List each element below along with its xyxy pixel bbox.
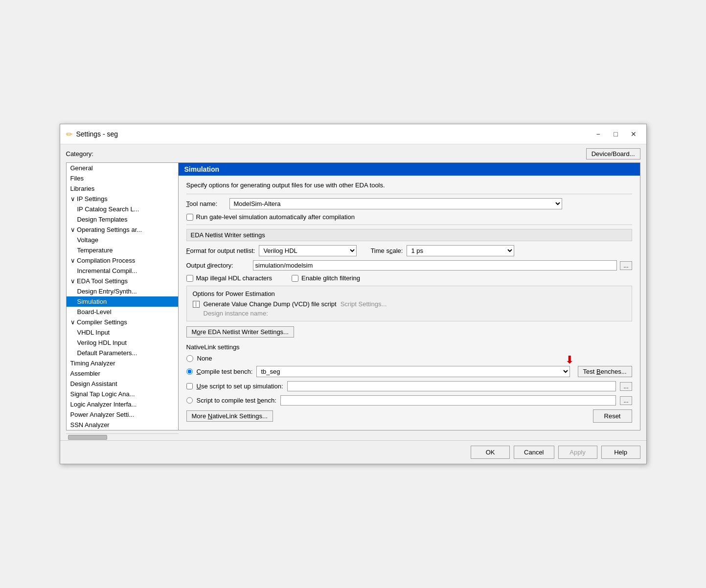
close-button[interactable]: ✕ (627, 128, 640, 140)
maximize-button[interactable]: □ (609, 128, 623, 140)
script-compile-browse-button[interactable]: ... (620, 396, 632, 405)
sidebar-item-logic-analyzer[interactable]: Logic Analyzer Interfa... (67, 399, 178, 409)
title-bar: ✏ Settings - seg − □ ✕ (60, 124, 646, 144)
enable-glitch-checkbox[interactable] (292, 275, 298, 282)
sidebar-item-design-assistant[interactable]: Design Assistant (67, 379, 178, 389)
compile-tb-select[interactable]: tb_seg (256, 366, 569, 377)
more-eda-settings-button[interactable]: More EDA Netlist Writer Settings... (186, 326, 294, 338)
timescale-label: Time scale: (370, 247, 403, 254)
format-label: Format for output netlist: (186, 247, 255, 254)
sidebar-item-design-templates[interactable]: Design Templates (67, 214, 178, 225)
sidebar-item-board-level[interactable]: Board-Level (67, 307, 178, 317)
sidebar-item-default-parameters[interactable]: Default Parameters... (67, 348, 178, 358)
use-script-row: Use script to set up simulation: ... (186, 381, 632, 391)
sidebar-item-ip-settings[interactable]: ∨ IP Settings (67, 194, 178, 204)
compile-tb-label: Compile test bench: (197, 368, 253, 375)
sidebar-item-libraries[interactable]: Libraries (67, 183, 178, 194)
sidebar-item-simulation[interactable]: Simulation (67, 296, 178, 307)
device-board-button[interactable]: Device/Board... (586, 148, 640, 159)
panel-header: Simulation (179, 163, 640, 176)
run-gate-level-label: Run gate-level simulation automatically … (196, 213, 355, 221)
sidebar-item-incremental-compil[interactable]: Incremental Compil... (67, 266, 178, 276)
sidebar-item-eda-tool-settings[interactable]: ∨ EDA Tool Settings (67, 276, 178, 286)
panel-description: Specify options for generating output fi… (186, 181, 632, 189)
sidebar-item-files[interactable]: Files (67, 173, 178, 183)
title-bar-left: ✏ Settings - seg (66, 130, 118, 139)
reset-button[interactable]: Reset (593, 409, 632, 423)
output-dir-label: Output directory: (186, 262, 250, 269)
help-button[interactable]: Help (601, 446, 640, 459)
divider-1 (186, 194, 632, 194)
more-nativelink-label: More NativeLink Settings... (192, 412, 268, 420)
none-radio[interactable] (186, 355, 193, 362)
power-estimation-title: Options for Power Estimation (193, 290, 626, 297)
settings-window: ✏ Settings - seg − □ ✕ Category: Device/… (60, 124, 647, 464)
nativelink-title: NativeLink settings (186, 343, 632, 351)
use-script-input[interactable] (287, 381, 616, 391)
enable-glitch-label: Enable glitch filtering (301, 274, 360, 282)
sidebar-item-operating-settings[interactable]: ∨ Operating Settings ar... (67, 225, 178, 235)
app-icon: ✏ (66, 130, 72, 139)
sidebar-item-ip-catalog[interactable]: IP Catalog Search L... (67, 204, 178, 214)
use-script-label: Use script to set up simulation: (197, 383, 283, 390)
compile-tb-radio[interactable] (186, 368, 193, 375)
none-label: None (197, 355, 212, 362)
use-script-browse-button[interactable]: ... (620, 382, 632, 391)
more-nativelink-button[interactable]: More NativeLink Settings... (186, 410, 273, 422)
script-settings-button[interactable]: Script Settings... (341, 300, 387, 308)
timescale-select[interactable]: 1 ps 10 ps 100 ps 1 ns (407, 245, 514, 256)
map-hdl-checkbox[interactable] (186, 275, 193, 282)
output-dir-browse-button[interactable]: ... (620, 261, 632, 270)
sidebar-item-voltage[interactable]: Voltage (67, 235, 178, 245)
sidebar-item-signal-tap-logic[interactable]: Signal Tap Logic Ana... (67, 389, 178, 399)
sidebar-item-verilog-hdl-input[interactable]: Verilog HDL Input (67, 338, 178, 348)
format-timescale-row: Format for output netlist: Verilog HDL V… (186, 245, 632, 256)
test-benches-button[interactable]: Test Benches... (578, 366, 632, 377)
test-benches-label: Test Benches... (583, 368, 627, 375)
panel-body: Specify options for generating output fi… (179, 176, 640, 430)
sidebar-item-timing-analyzer[interactable]: Timing Analyzer (67, 358, 178, 368)
cancel-button[interactable]: Cancel (514, 446, 554, 459)
sidebar-item-vhdl-input[interactable]: VHDL Input (67, 327, 178, 338)
main-panel: Simulation Specify options for generatin… (179, 162, 640, 430)
sidebar-item-ssn-analyzer[interactable]: SSN Analyzer (67, 420, 178, 430)
script-compile-radio[interactable] (186, 397, 193, 404)
run-gate-level-row: Run gate-level simulation automatically … (186, 213, 632, 221)
more-eda-settings-label: More EDA Netlist Writer Settings... (192, 328, 289, 336)
power-estimation-box: Options for Power Estimation | Generate … (186, 286, 632, 321)
divider-2 (186, 225, 632, 225)
ok-button[interactable]: OK (471, 446, 510, 459)
map-hdl-label: Map illegal HDL characters (196, 274, 273, 282)
use-script-checkbox[interactable] (186, 383, 193, 389)
sidebar-item-compilation-process[interactable]: ∨ Compilation Process (67, 255, 178, 266)
output-dir-row: Output directory: ... (186, 260, 632, 271)
output-dir-input[interactable] (253, 260, 617, 271)
category-bar: Category: Device/Board... (60, 144, 646, 159)
map-hdl-row: Map illegal HDL characters (186, 274, 273, 282)
run-gate-level-checkbox[interactable] (186, 214, 193, 221)
script-compile-input[interactable] (280, 395, 616, 406)
sidebar-item-power-analyzer[interactable]: Power Analyzer Setti... (67, 409, 178, 420)
sidebar-item-temperature[interactable]: Temperature (67, 245, 178, 255)
title-controls: − □ ✕ (592, 128, 640, 140)
compile-tb-row: Compile test bench: tb_seg ⬇ Test Benche… (186, 366, 632, 377)
sidebar: General Files Libraries ∨ IP Settings IP… (66, 162, 179, 430)
minimize-button[interactable]: − (592, 128, 605, 140)
sidebar-item-design-entry-synth[interactable]: Design Entry/Synth... (67, 286, 178, 296)
script-compile-row: Script to compile test bench: ... (186, 395, 632, 406)
sidebar-scrollbar[interactable] (66, 433, 179, 440)
vcd-label: Generate Value Change Dump (VCD) file sc… (204, 300, 337, 308)
category-label: Category: (66, 150, 93, 158)
sidebar-item-compiler-settings[interactable]: ∨ Compiler Settings (67, 317, 178, 327)
script-compile-label: Script to compile test bench: (197, 397, 276, 404)
apply-button[interactable]: Apply (558, 446, 597, 459)
bottom-bar: OK Cancel Apply Help (60, 440, 646, 464)
vcd-partial-checkbox[interactable]: | (193, 301, 200, 308)
tool-name-label: Tool name: (186, 200, 226, 207)
sidebar-item-general[interactable]: General (67, 163, 178, 173)
eda-netlist-title: EDA Netlist Writer settings (186, 229, 632, 241)
body-area: General Files Libraries ∨ IP Settings IP… (66, 162, 640, 430)
tool-name-select[interactable]: ModelSim-Altera ModelSim VCS VCS MX NC-S… (229, 198, 562, 209)
format-select[interactable]: Verilog HDL VHDL (259, 245, 357, 256)
sidebar-item-assembler[interactable]: Assembler (67, 368, 178, 379)
